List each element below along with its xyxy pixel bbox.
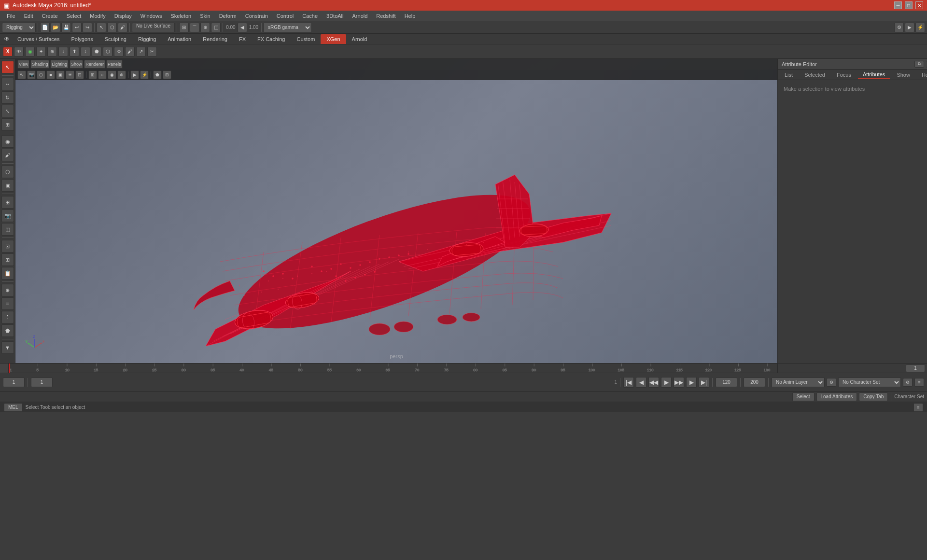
snap-view-button[interactable]: ◫ — [211, 23, 221, 32]
vp-resolution-btn[interactable]: ⬟ — [153, 70, 162, 79]
timeline-track[interactable]: 1 5 10 15 20 25 30 35 40 45 50 55 60 65 … — [9, 364, 777, 373]
end-frame-input[interactable] — [906, 364, 925, 372]
playback-end-input[interactable] — [744, 378, 765, 387]
attr-tab-help[interactable]: Help — [917, 71, 927, 79]
menu-display[interactable]: Display — [111, 12, 136, 20]
misc-button-1[interactable]: ⬟ — [1, 324, 14, 337]
menu-windows[interactable]: Windows — [137, 12, 166, 20]
attr-tab-attributes[interactable]: Attributes — [858, 70, 890, 79]
attr-tab-list[interactable]: List — [780, 71, 798, 79]
timeline-ruler[interactable]: 1 5 10 15 20 25 30 35 40 45 50 55 60 65 … — [0, 363, 927, 373]
play-button[interactable]: ▶ — [661, 377, 672, 388]
ipr-render-button[interactable]: ⚡ — [915, 23, 925, 32]
distribute-button[interactable]: ⋮ — [1, 311, 14, 323]
vp-object-btn[interactable]: ○ — [98, 70, 107, 79]
next-keyframe-button[interactable]: ▶▶ — [674, 377, 684, 388]
camera-button[interactable]: 📷 — [1, 210, 14, 222]
snap-together-button[interactable]: ⊕ — [1, 284, 14, 296]
prev-keyframe-button[interactable]: ◀◀ — [648, 377, 659, 388]
vp-camera-btn[interactable]: 📷 — [27, 70, 36, 79]
layout-button[interactable]: ◫ — [1, 223, 14, 236]
close-button[interactable]: ✕ — [915, 1, 923, 9]
menu-redshift[interactable]: Redshift — [372, 12, 399, 20]
open-scene-button[interactable]: 📂 — [51, 23, 60, 32]
translate-tool-button[interactable]: ↔ — [1, 78, 14, 90]
undo-button[interactable]: ↩ — [72, 23, 82, 32]
paint-skin-button[interactable]: 🖌 — [1, 149, 14, 161]
menu-create[interactable]: Create — [38, 12, 62, 20]
tab-curves-surfaces[interactable]: Curves / Surfaces — [12, 34, 65, 44]
step-forward-button[interactable]: ▶ — [686, 377, 697, 388]
anim-layer-dropdown[interactable]: No Anim Layer — [772, 378, 825, 387]
viewport-renderer-menu[interactable]: Renderer — [84, 60, 105, 69]
workspace-dropdown[interactable]: Rigging — [2, 23, 36, 32]
redo-button[interactable]: ↪ — [83, 23, 92, 32]
menu-select[interactable]: Select — [63, 12, 85, 20]
new-scene-button[interactable]: 📄 — [40, 23, 50, 32]
xgen-btn-7[interactable]: ⬆ — [70, 47, 79, 56]
vp-grid-btn[interactable]: ⊞ — [88, 70, 97, 79]
maximize-button[interactable]: □ — [905, 1, 913, 9]
title-bar-controls[interactable]: ─ □ ✕ — [894, 1, 923, 9]
menu-file[interactable]: File — [3, 12, 19, 20]
char-set-extra-btn[interactable]: ≡ — [914, 378, 924, 387]
tab-bar-eye-icon[interactable]: 👁 — [2, 34, 12, 44]
universal-manip-button[interactable]: ⊞ — [1, 118, 14, 131]
val1-decrement[interactable]: ◀ — [238, 23, 247, 32]
frame-all-button[interactable]: ⊞ — [1, 253, 14, 266]
select-tool-button[interactable]: ↖ — [97, 23, 106, 32]
menu-deform[interactable]: Deform — [215, 12, 240, 20]
tab-rigging[interactable]: Rigging — [132, 34, 162, 44]
vp-wireframe-btn[interactable]: ⬡ — [37, 70, 45, 79]
render-proxy-button[interactable]: ▣ — [1, 179, 14, 192]
tab-arnold[interactable]: Arnold — [346, 34, 373, 44]
scale-tool-button[interactable]: ⤡ — [1, 105, 14, 117]
vp-aa-btn[interactable]: ⊞ — [163, 70, 171, 79]
vp-component-btn[interactable]: ◉ — [108, 70, 116, 79]
no-live-surface-button[interactable]: No Live Surface — [132, 23, 175, 32]
rotate-tool-button[interactable]: ↻ — [1, 91, 14, 104]
script-editor-icon[interactable]: ≡ — [913, 403, 923, 412]
menu-skin[interactable]: Skin — [196, 12, 214, 20]
menu-modify[interactable]: Modify — [86, 12, 109, 20]
xgen-btn-4[interactable]: ✦ — [36, 47, 46, 56]
align-button[interactable]: ≡ — [1, 297, 14, 310]
select-mode-button[interactable]: ↖ — [1, 61, 14, 73]
menu-edit[interactable]: Edit — [20, 12, 37, 20]
menu-cache[interactable]: Cache — [298, 12, 322, 20]
object-props-button[interactable]: 📋 — [1, 267, 14, 280]
vp-select-btn[interactable]: ↖ — [17, 70, 26, 79]
copy-tab-button[interactable]: Copy Tab — [859, 392, 888, 401]
step-back-button[interactable]: ◀ — [636, 377, 646, 388]
tab-sculpting[interactable]: Sculpting — [99, 34, 132, 44]
xgen-btn-13[interactable]: ↗ — [136, 47, 146, 56]
tab-custom[interactable]: Custom — [291, 34, 321, 44]
xgen-btn-11[interactable]: ⚙ — [114, 47, 124, 56]
viewport-panels-menu[interactable]: Panels — [106, 60, 123, 69]
render-settings-button[interactable]: ⚙ — [894, 23, 904, 32]
tab-polygons[interactable]: Polygons — [65, 34, 98, 44]
minimize-button[interactable]: ─ — [894, 1, 902, 9]
xgen-btn-8[interactable]: ↕ — [81, 47, 90, 56]
xgen-btn-14[interactable]: ✂ — [147, 47, 157, 56]
anim-layer-settings-btn[interactable]: ⚙ — [827, 378, 836, 387]
attr-tab-selected[interactable]: Selected — [800, 71, 830, 79]
misc-button-2[interactable]: ▼ — [1, 341, 14, 354]
attr-tab-show[interactable]: Show — [892, 71, 915, 79]
vp-textured-btn[interactable]: ▣ — [56, 70, 65, 79]
vp-isolate-btn[interactable]: ⊕ — [117, 70, 126, 79]
xgen-btn-9[interactable]: ⬟ — [92, 47, 101, 56]
save-scene-button[interactable]: 💾 — [61, 23, 71, 32]
current-frame-input[interactable] — [3, 378, 25, 387]
viewport-show-menu[interactable]: Show — [70, 60, 84, 69]
viewport-lighting-menu[interactable]: Lighting — [50, 60, 69, 69]
menu-control[interactable]: Control — [273, 12, 297, 20]
tab-fx[interactable]: FX — [233, 34, 252, 44]
render-button[interactable]: ▶ — [905, 23, 914, 32]
xgen-btn-12[interactable]: 🖌 — [125, 47, 135, 56]
tab-xgen[interactable]: XGen — [321, 34, 346, 44]
vp-solid-btn[interactable]: ■ — [46, 70, 55, 79]
attr-editor-float-btn[interactable]: ⧉ — [914, 61, 924, 68]
soft-select-button[interactable]: ◉ — [1, 135, 14, 148]
vp-lit-btn[interactable]: ☀ — [66, 70, 74, 79]
